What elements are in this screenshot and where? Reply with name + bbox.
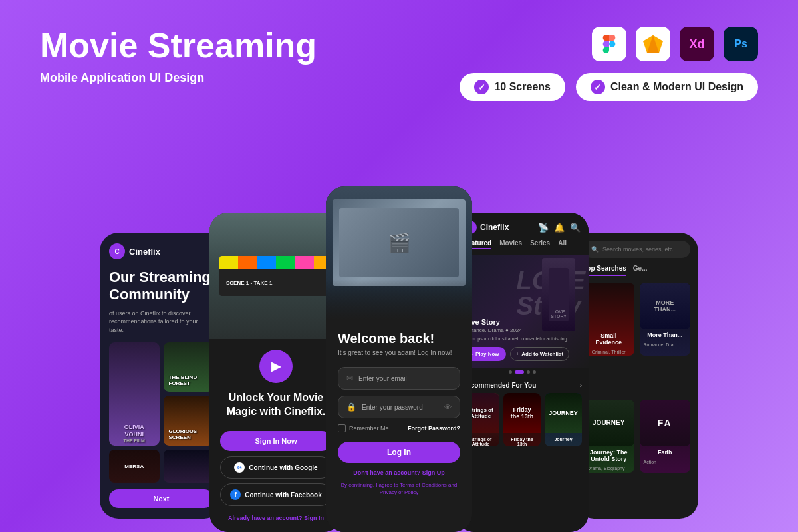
tab-genres[interactable]: Ge... <box>633 265 648 276</box>
phone1-logo-text: Cineflix <box>129 247 160 257</box>
phone2-account-text: Already have an account? Sign In <box>228 515 324 521</box>
search-result-4[interactable]: FA Faith Action <box>640 400 691 473</box>
movie-desc: Lorem ipsum dolor sit amet, consectetur … <box>462 336 582 342</box>
ps-icon: Ps <box>724 27 758 61</box>
search-result-1[interactable]: 👆 SMALL EVIDENCE Small Evidence Criminal… <box>583 283 634 356</box>
badge-design-label: Clean & Modern UI Design <box>610 81 743 93</box>
phone1-logo: C Cineflix <box>109 243 213 259</box>
check-icon-2: ✓ <box>591 80 605 94</box>
movie-action-btns: ▶ Play Now + Add to Watchlist <box>462 347 582 361</box>
welcome-subtitle: It's great to see you again! Log In now! <box>338 349 460 356</box>
search-results-grid: 👆 SMALL EVIDENCE Small Evidence Criminal… <box>583 283 690 511</box>
film-roll-visual: 🎬 <box>332 200 466 286</box>
poster-1: OLIVIAVOHNI THE FILM <box>109 342 160 446</box>
phone-login: 🎬 Welcome back! It's great to see you ag… <box>326 186 472 532</box>
xd-icon: Xd <box>680 27 714 61</box>
search-icon[interactable]: 🔍 <box>570 223 581 233</box>
search-bar[interactable]: 🔍 Search movies, series, etc... <box>583 241 690 258</box>
plus-icon: + <box>516 351 519 357</box>
watchlist-button[interactable]: + Add to Watchlist <box>510 347 569 361</box>
poster-2: THE BLINDFOREST <box>164 342 214 392</box>
signin-now-button[interactable]: Sign In Now <box>220 431 332 451</box>
search-tabs: Top Searches Ge... <box>583 265 690 276</box>
nav-all[interactable]: All <box>558 239 567 249</box>
phone3-top-image: 🎬 <box>326 186 472 319</box>
phone3-form: Welcome back! It's great to see you agai… <box>326 319 472 532</box>
cast-icon[interactable]: 📡 <box>538 223 549 233</box>
screens-badge: ✓ 10 Screens <box>460 73 565 101</box>
hero-background: Movie Streaming Mobile Application UI De… <box>0 0 798 532</box>
poster-5 <box>164 450 214 483</box>
phone1-heading: Our Streaming Community <box>109 269 213 304</box>
search-result-2[interactable]: MORETHAN... More Than... Romance, Dra... <box>640 283 691 356</box>
search-result-3[interactable]: JOURNEY Journey: The Untold Story Drama,… <box>583 400 634 473</box>
phone4-header-icons: 📡 🔔 🔍 <box>538 223 581 233</box>
dot-2[interactable] <box>515 370 524 374</box>
facebook-icon: f <box>230 489 241 500</box>
phone4-header: C Cineflix 📡 🔔 🔍 <box>456 213 589 239</box>
phone2-title: Unlock Your Movie Magic with Cineflix. <box>220 391 332 419</box>
dot-1 <box>509 370 512 374</box>
recommended-header: Recommended For You › <box>462 382 582 389</box>
remember-row: Remember Me Forgot Password? <box>338 424 460 432</box>
cineflix-logo-icon: C <box>109 243 125 259</box>
poster-4: MERSA <box>109 450 160 483</box>
sketch-icon <box>636 27 670 61</box>
hero-left: Movie Streaming Mobile Application UI De… <box>40 27 399 112</box>
next-button[interactable]: Next <box>109 489 213 508</box>
movie-posters-grid: OLIVIAVOHNI THE FILM THE BLINDFOREST GLO… <box>109 342 213 446</box>
phone1-desc: of users on Cineflix to discover recomme… <box>109 309 213 334</box>
google-signin-button[interactable]: G Continue with Google <box>220 456 332 479</box>
welcome-heading: Welcome back! <box>338 331 460 346</box>
rec-movie-2[interactable]: Fridaythe 13th Friday the 13th <box>503 393 541 446</box>
recommended-movies: Strings of Attitude Strings of Attitude … <box>462 393 582 446</box>
phones-row: C Cineflix Our Streaming Community of us… <box>0 186 798 532</box>
email-icon: ✉ <box>346 374 353 383</box>
tab-top-searches[interactable]: Top Searches <box>583 265 626 276</box>
fb-signin-button[interactable]: f Continue with Facebook <box>220 483 332 506</box>
design-badge: ✓ Clean & Modern UI Design <box>576 73 758 101</box>
hero-subtitle: Mobile Application UI Design <box>40 71 399 85</box>
recommended-title: Recommended For You <box>462 382 536 389</box>
phone-onboarding: C Cineflix Our Streaming Community of us… <box>100 233 223 519</box>
search-placeholder: Search movies, series, etc... <box>602 246 678 253</box>
nav-movies[interactable]: Movies <box>499 239 522 249</box>
dot-4 <box>533 370 536 374</box>
email-input[interactable]: ✉ Enter your email <box>338 367 460 390</box>
movie-title: Love Story <box>462 318 582 326</box>
remember-checkbox[interactable] <box>338 424 346 432</box>
phone-search: 🔍 Search movies, series, etc... Top Sear… <box>575 233 698 519</box>
hero-right: Xd Ps ✓ 10 Screens ✓ Clean & Modern UI D… <box>399 27 758 121</box>
dot-3 <box>527 370 530 374</box>
phone-home: C Cineflix 📡 🔔 🔍 Featured Movies Series … <box>456 213 589 532</box>
terms-text: By continuing, I agree to Terms of Condi… <box>338 481 460 496</box>
eye-icon: 👁 <box>444 403 452 411</box>
password-input[interactable]: 🔒 Enter your password 👁 <box>338 396 460 418</box>
featured-movie-banner: LOVEStory LOVESTORY Love Story Romance, … <box>456 255 589 368</box>
phone4-nav: Featured Movies Series All <box>456 239 589 255</box>
hero-title: Movie Streaming <box>40 27 399 65</box>
bell-icon[interactable]: 🔔 <box>554 223 565 233</box>
carousel-dots <box>456 368 589 376</box>
poster-3: GLORIOUSSCREEN <box>164 396 214 446</box>
arrow-icon[interactable]: › <box>580 382 582 389</box>
check-icon-1: ✓ <box>474 80 489 94</box>
remember-label: Remember Me <box>349 425 389 432</box>
login-button[interactable]: Log In <box>338 442 460 463</box>
lock-icon: 🔒 <box>346 402 356 412</box>
phone2-cineflix-logo: ▶ <box>259 350 293 383</box>
movie-meta: Romance, Drama ● 2024 <box>462 327 582 333</box>
phone-signin: SCENE 1 • TAKE 1 ▶ Unlock Your Movie Mag… <box>209 213 342 532</box>
rec-movie-3[interactable]: JOURNEY Journey <box>545 393 582 446</box>
nav-series[interactable]: Series <box>530 239 550 249</box>
phone2-image: SCENE 1 • TAKE 1 <box>209 213 342 339</box>
search-icon: 🔍 <box>591 246 598 253</box>
forgot-password-link[interactable]: Forgot Password? <box>408 425 460 432</box>
signup-text: Don't have an account? Sign Up <box>338 469 460 476</box>
phone2-form: ▶ Unlock Your Movie Magic with Cineflix.… <box>209 339 342 532</box>
badges-row: ✓ 10 Screens ✓ Clean & Modern UI Design <box>460 73 758 101</box>
badge-screens-label: 10 Screens <box>494 81 551 93</box>
recommended-section: Recommended For You › Strings of Attitud… <box>456 376 589 532</box>
tools-row: Xd Ps <box>592 27 758 61</box>
google-icon: G <box>234 462 245 473</box>
